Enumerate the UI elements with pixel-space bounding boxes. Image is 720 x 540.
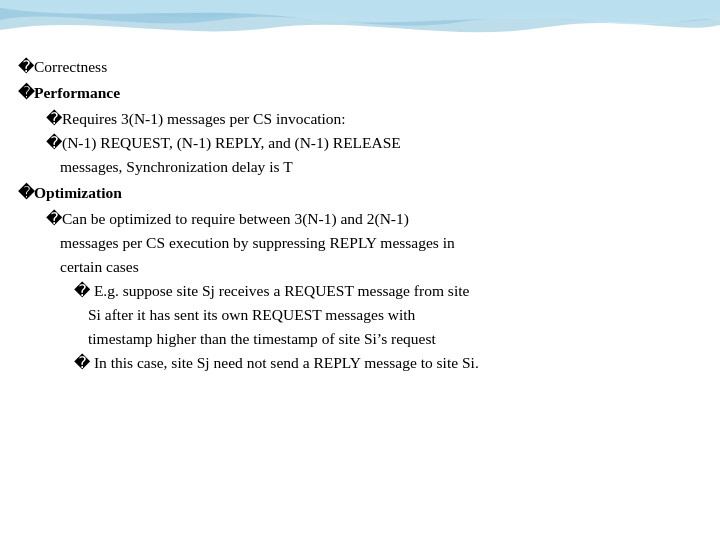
requires-label: �Requires 3(N-1) messages per CS invocat… bbox=[46, 110, 346, 127]
can-label-line1: �Can be optimized to require between 3(N… bbox=[46, 210, 409, 227]
correctness-item: �Correctness bbox=[18, 55, 702, 79]
main-content: �Correctness �Performance �Requires 3(N-… bbox=[18, 55, 702, 530]
requires-item: �Requires 3(N-1) messages per CS invocat… bbox=[18, 107, 702, 131]
correctness-label: �Correctness bbox=[18, 58, 107, 75]
optimization-item: �Optimization bbox=[18, 181, 702, 205]
eg-label-line3: timestamp higher than the timestamp of s… bbox=[88, 330, 436, 347]
can-item-line3: certain cases bbox=[18, 255, 702, 279]
eg-item-line3: timestamp higher than the timestamp of s… bbox=[18, 327, 702, 351]
performance-label: �Performance bbox=[18, 84, 120, 101]
n1-item-line1: �(N-1) REQUEST, (N-1) REPLY, and (N-1) R… bbox=[18, 131, 702, 155]
performance-item: �Performance bbox=[18, 81, 702, 105]
eg-label-line1: � E.g. suppose site Sj receives a REQUES… bbox=[74, 282, 469, 299]
in-item-line1: � In this case, site Sj need not send a … bbox=[18, 351, 702, 375]
can-label-line2: messages per CS execution by suppressing… bbox=[60, 234, 455, 251]
n1-label-line2: messages, Synchronization delay is T bbox=[60, 158, 293, 175]
eg-item-line2: Si after it has sent its own REQUEST mes… bbox=[18, 303, 702, 327]
can-item-line1: �Can be optimized to require between 3(N… bbox=[18, 207, 702, 231]
optimization-label: �Optimization bbox=[18, 184, 122, 201]
eg-item-line1: � E.g. suppose site Sj receives a REQUES… bbox=[18, 279, 702, 303]
header-waves bbox=[0, 0, 720, 60]
can-label-line3: certain cases bbox=[60, 258, 139, 275]
in-label-line1: � In this case, site Sj need not send a … bbox=[74, 354, 479, 371]
can-item-line2: messages per CS execution by suppressing… bbox=[18, 231, 702, 255]
n1-label-line1: �(N-1) REQUEST, (N-1) REPLY, and (N-1) R… bbox=[46, 134, 401, 151]
n1-item-line2: messages, Synchronization delay is T bbox=[18, 155, 702, 179]
eg-label-line2: Si after it has sent its own REQUEST mes… bbox=[88, 306, 415, 323]
